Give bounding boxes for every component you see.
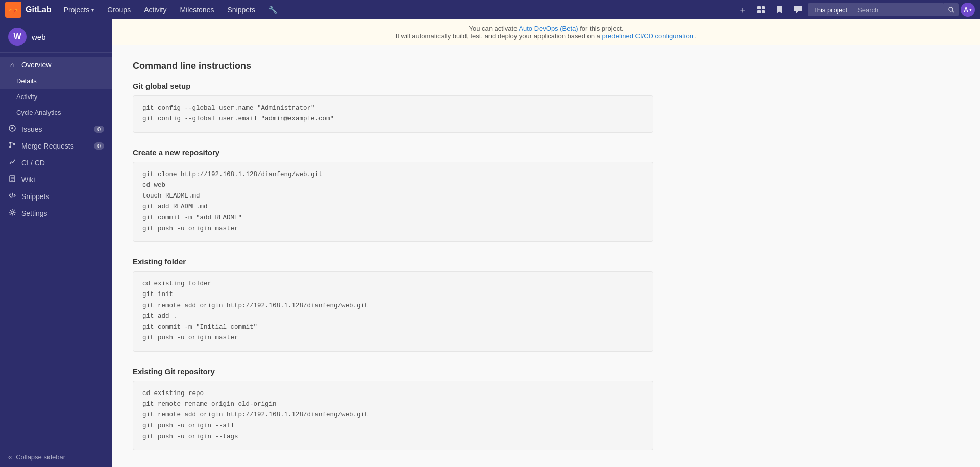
sidebar-collapse-button[interactable]: « Collapse sidebar xyxy=(0,447,112,467)
sidebar-item-cicd[interactable]: CI / CD xyxy=(0,154,112,171)
devops-banner: You can activate Auto DevOps (Beta) for … xyxy=(112,19,980,45)
gitlab-label: GitLab xyxy=(26,5,52,14)
search-wrapper: This project xyxy=(808,3,959,16)
search-input[interactable] xyxy=(852,3,944,16)
nav-snippets[interactable]: Snippets xyxy=(221,0,261,19)
svg-line-5 xyxy=(952,11,954,12)
logo-image xyxy=(5,2,21,18)
section-git-global-setup: Git global setup git config --global use… xyxy=(133,82,653,133)
snippets-icon xyxy=(8,192,16,201)
avatar-dropdown-icon: ▾ xyxy=(969,7,972,12)
nav-milestones[interactable]: Milestones xyxy=(174,0,220,19)
search-scope-button[interactable]: This project xyxy=(808,3,852,16)
cicd-config-link[interactable]: predefined CI/CD configuration xyxy=(602,32,693,40)
svg-rect-0 xyxy=(757,6,761,9)
sidebar-item-cycle-analytics[interactable]: Cycle Analytics xyxy=(0,105,112,120)
sidebar-item-wiki[interactable]: Wiki xyxy=(0,171,112,188)
merge-icon xyxy=(8,141,16,150)
mr-badge: 0 xyxy=(94,142,104,150)
svg-rect-2 xyxy=(757,10,761,13)
svg-point-17 xyxy=(11,211,14,214)
section-title-1: Create a new repository xyxy=(133,148,653,157)
project-avatar: W xyxy=(8,28,27,46)
home-icon: ⌂ xyxy=(8,61,16,69)
nav-activity[interactable]: Activity xyxy=(138,0,173,19)
top-nav: GitLab Projects ▾ Groups Activity Milest… xyxy=(0,0,980,19)
sidebar-project: W web xyxy=(0,19,112,53)
gitlab-logo[interactable]: GitLab xyxy=(5,2,52,18)
code-block-3: cd existing_repo git remote rename origi… xyxy=(133,381,653,450)
chevron-down-icon: ▾ xyxy=(91,7,94,13)
nav-right: ＋ This project xyxy=(734,2,975,18)
user-avatar[interactable]: A ▾ xyxy=(961,3,975,17)
svg-point-9 xyxy=(9,146,11,148)
section-create-new-repo: Create a new repository git clone http:/… xyxy=(133,148,653,242)
sidebar-item-merge-requests[interactable]: Merge Requests 0 xyxy=(0,137,112,154)
sidebar-item-issues[interactable]: Issues 0 xyxy=(0,120,112,137)
code-block-2: cd existing_folder git init git remote a… xyxy=(133,271,653,352)
section-title-0: Git global setup xyxy=(133,82,653,90)
wrench-icon: 🔧 xyxy=(268,6,277,14)
sidebar-navigation: ⌂ Overview Details Activity Cycle Analyt… xyxy=(0,53,112,226)
issues-icon xyxy=(8,125,16,133)
sidebar-item-activity[interactable]: Activity xyxy=(0,89,112,105)
sidebar: W web ⌂ Overview Details Activity Cycle … xyxy=(0,19,112,467)
devops-link[interactable]: Auto DevOps (Beta) xyxy=(519,24,578,32)
cicd-icon xyxy=(8,158,16,167)
section-title-2: Existing folder xyxy=(133,257,653,266)
code-block-1: git clone http://192.168.1.128/dianfeng/… xyxy=(133,162,653,242)
nav-items: Projects ▾ Groups Activity Milestones Sn… xyxy=(58,0,734,19)
sidebar-item-settings[interactable]: Settings xyxy=(0,205,112,222)
panel-button[interactable] xyxy=(753,2,769,18)
issues-badge: 0 xyxy=(94,126,104,133)
plus-button[interactable]: ＋ xyxy=(734,2,751,18)
chat-button[interactable] xyxy=(790,2,806,18)
page-content: Command line instructions Git global set… xyxy=(112,45,674,467)
svg-line-16 xyxy=(12,193,13,198)
search-submit-button[interactable] xyxy=(944,3,959,16)
section-existing-folder: Existing folder cd existing_folder git i… xyxy=(133,257,653,352)
project-name: web xyxy=(32,33,46,41)
settings-icon xyxy=(8,209,16,217)
section-title-3: Existing Git repository xyxy=(133,367,653,376)
nav-groups[interactable]: Groups xyxy=(101,0,137,19)
sidebar-item-overview[interactable]: ⌂ Overview xyxy=(0,57,112,73)
svg-point-4 xyxy=(949,7,953,11)
nav-projects[interactable]: Projects ▾ xyxy=(58,0,101,19)
sidebar-item-snippets[interactable]: Snippets xyxy=(0,188,112,205)
collapse-icon: « xyxy=(8,453,12,461)
nav-wrench[interactable]: 🔧 xyxy=(262,0,283,19)
wiki-icon xyxy=(8,175,16,184)
svg-rect-3 xyxy=(762,10,765,13)
svg-point-7 xyxy=(11,127,13,129)
code-block-0: git config --global user.name "Administr… xyxy=(133,95,653,133)
main-content: You can activate Auto DevOps (Beta) for … xyxy=(112,19,980,467)
bookmark-button[interactable] xyxy=(771,2,788,18)
page-title: Command line instructions xyxy=(133,61,653,71)
sidebar-item-details[interactable]: Details xyxy=(0,73,112,89)
svg-rect-1 xyxy=(762,6,765,9)
layout: W web ⌂ Overview Details Activity Cycle … xyxy=(0,19,980,467)
section-existing-git-repo: Existing Git repository cd existing_repo… xyxy=(133,367,653,450)
